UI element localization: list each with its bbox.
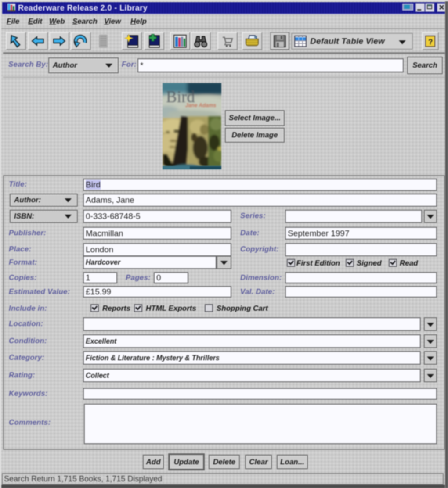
svg-text:?: ? — [428, 38, 433, 46]
svg-text:Jane Adams: Jane Adams — [185, 102, 217, 108]
